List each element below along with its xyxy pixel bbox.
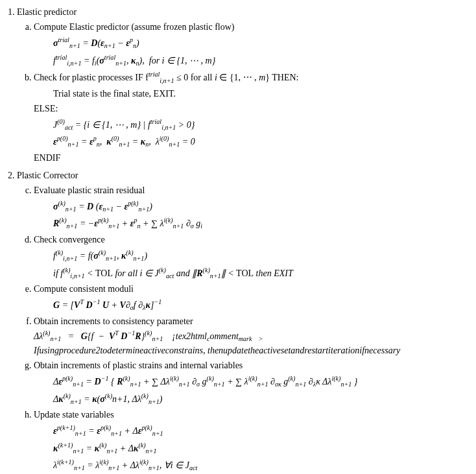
step-b-trial: Trial state is the final state, EXIT. <box>34 87 471 101</box>
step-d-label: Check convergence <box>34 235 105 244</box>
step-c-label: Evaluate plastic strain residual <box>34 185 145 195</box>
step-c-eq2: R(k)n+1 = −εp(k)n+1 + εpn + ∑ λi(k)n+1 ∂… <box>34 215 471 231</box>
step-f-eq2: Ifusingprocedure2todetermineactiveconstr… <box>34 344 471 357</box>
step-c: Evaluate plastic strain residual σ(k)n+1… <box>34 184 471 231</box>
step-g-label: Obtain increments of plastic strains and… <box>34 361 243 370</box>
step-b-eq2: εp(0)n+1 = εpn, κ(0)n+1 = κn, λi(0)n+1 =… <box>34 134 471 150</box>
step-f: Obtain increments to consistency paramet… <box>34 314 471 358</box>
section-1-steps: Compute Elastic predictor (assume frozen… <box>17 20 471 165</box>
section-2: Plastic Corrector Evaluate plastic strai… <box>17 169 471 474</box>
step-d-eq1: f(k)i,n+1 = f(σ(k)n+1, κ(k)n+1) <box>34 248 471 264</box>
step-e: Compute consistent moduli G = [VT D−1 U … <box>34 282 471 313</box>
section-2-title: Plastic Corrector <box>17 169 471 182</box>
step-h-eq3: λi(k+1)n+1 = λi(k)n+1 + Δλi(k)n+1, ∀i ∈ … <box>34 457 471 473</box>
step-e-label: Compute consistent moduli <box>34 284 134 294</box>
step-a: Compute Elastic predictor (assume frozen… <box>34 20 471 68</box>
algorithm-list: Elastic predictor Compute Elastic predic… <box>5 5 471 474</box>
step-b-eq1: J(0)act = {i ∈ {1, ⋯ , m} | ftriali,n+1 … <box>34 117 471 133</box>
step-e-eq1: G = [VT D−1 U + V∂σf ∂λκ]−1 <box>34 297 471 313</box>
step-d: Check convergence f(k)i,n+1 = f(σ(k)n+1,… <box>34 233 471 281</box>
step-c-eq1: σ(k)n+1 = D (εn+1 − εp(k)n+1) <box>34 198 471 215</box>
step-h-eq1: εp(k+1)n+1 = εp(k)n+1 + Δεp(k)n+1 <box>34 423 471 439</box>
section-1: Elastic predictor Compute Elastic predic… <box>17 5 471 165</box>
step-b-label: Check for plastic processes IF ftriali,n… <box>34 73 298 82</box>
step-b-endif: ENDIF <box>34 151 471 165</box>
step-h: Update state variables εp(k+1)n+1 = εp(k… <box>34 408 471 473</box>
step-b: Check for plastic processes IF ftriali,n… <box>34 69 471 165</box>
step-a-eq1: σtrialn+1 = D(εn+1 − εpn) <box>34 35 471 51</box>
step-h-label: Update state variables <box>34 410 114 420</box>
section-1-title: Elastic predictor <box>17 5 471 19</box>
step-g-eq2: Δκ(k)n+1 = κ(σ(k)n+1, Δλ(k)n+1) <box>34 391 471 407</box>
step-b-else: ELSE: <box>34 102 471 115</box>
step-a-label: Compute Elastic predictor (assume frozen… <box>34 22 234 32</box>
step-f-label: Obtain increments to consistency paramet… <box>34 316 193 326</box>
step-d-eq2: if f(k)i,n+1 < TOL for all i ∈ J(k)act a… <box>34 265 471 281</box>
section-2-steps: Evaluate plastic strain residual σ(k)n+1… <box>17 184 471 474</box>
step-g-eq1: Δεp(k)n+1 = D−1 { R(k)n+1 + ∑ Δλi(k)n+1 … <box>34 373 471 390</box>
step-f-eq1: Δλ(k)n+1 = G{f − VT D−1R}(k)n+1 ¡tex2htm… <box>34 328 471 344</box>
step-h-eq2: κ(k+1)n+1 = κ(k)n+1 + Δκ(k)n+1 <box>34 440 471 456</box>
step-a-eq2: ftriali,n+1 = fi(σtrialn+1, κn), for i ∈… <box>34 53 471 69</box>
step-g: Obtain increments of plastic strains and… <box>34 359 471 407</box>
